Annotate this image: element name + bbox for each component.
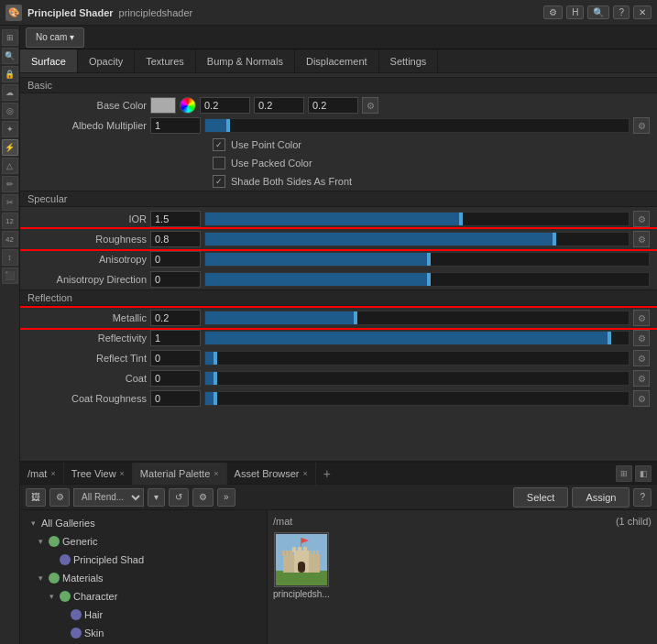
tab-surface[interactable]: Surface <box>20 49 78 72</box>
assign-button[interactable]: Assign <box>572 487 630 508</box>
coat-roughness-handle <box>214 392 217 405</box>
anisotropy-value[interactable] <box>150 251 201 267</box>
tree-principled-shader[interactable]: Principled Shad <box>20 551 267 569</box>
bottom-tab-add[interactable]: + <box>316 466 338 481</box>
bottom-help-btn[interactable]: ? <box>633 488 652 507</box>
bottom-tab-tree[interactable]: Tree View × <box>64 463 133 485</box>
reflect-tint-value[interactable] <box>150 350 201 366</box>
gallery-forward-btn[interactable]: » <box>217 488 235 507</box>
tool-square[interactable]: ⬛ <box>2 267 18 284</box>
base-color-gear[interactable]: ⚙ <box>362 97 378 114</box>
roughness-label: Roughness <box>27 234 147 245</box>
bottom-tab-asset[interactable]: Asset Browser × <box>227 463 316 485</box>
albedo-value[interactable] <box>150 117 201 134</box>
tab-opacity[interactable]: Opacity <box>78 49 135 72</box>
tree-generic[interactable]: ▾ Generic <box>20 532 267 551</box>
tool-pen[interactable]: ✏ <box>2 176 18 192</box>
gallery-settings-btn[interactable]: ⚙ <box>49 488 70 507</box>
close-btn[interactable]: ✕ <box>633 5 652 19</box>
bottom-tab-palette-close[interactable]: × <box>214 469 218 478</box>
tree-hair[interactable]: Hair <box>20 606 267 624</box>
tree-skin[interactable]: Skin <box>20 624 267 642</box>
albedo-slider[interactable] <box>204 118 630 133</box>
base-color-r[interactable] <box>200 97 250 114</box>
albedo-gear[interactable]: ⚙ <box>633 117 650 134</box>
gallery-refresh-btn[interactable]: ↺ <box>169 488 189 507</box>
coat-value[interactable] <box>150 370 201 387</box>
coat-gear[interactable]: ⚙ <box>633 370 650 387</box>
coat-roughness-gear[interactable]: ⚙ <box>633 390 650 407</box>
tree-materials[interactable]: ▾ Materials <box>20 569 267 587</box>
coat-slider[interactable] <box>204 371 630 386</box>
bottom-tab-mat-close[interactable]: × <box>50 469 55 478</box>
base-color-b[interactable] <box>308 97 358 114</box>
reflect-tint-slider[interactable] <box>204 351 630 366</box>
anisotropy-direction-slider[interactable] <box>204 272 650 287</box>
anisotropy-slider[interactable] <box>204 252 650 267</box>
bottom-tab-asset-close[interactable]: × <box>302 469 307 478</box>
tree-hair-label: Hair <box>84 609 103 620</box>
gallery-dropdown-btn[interactable]: ▾ <box>148 488 165 507</box>
use-packed-color-checkbox[interactable] <box>213 157 225 169</box>
tool-12[interactable]: 12 <box>2 213 18 229</box>
metallic-slider[interactable] <box>204 311 630 325</box>
tool-layout[interactable]: ⊞ <box>2 29 18 46</box>
base-color-swatch[interactable] <box>150 97 176 114</box>
coat-roughness-value[interactable] <box>150 390 201 407</box>
select-button[interactable]: Select <box>513 487 569 508</box>
anisotropy-direction-value[interactable] <box>150 271 201 288</box>
roughness-value[interactable] <box>150 231 201 247</box>
tool-updown[interactable]: ↕ <box>2 249 18 266</box>
bottom-tab-tree-close[interactable]: × <box>120 469 125 478</box>
tree-root[interactable]: ▾ All Galleries <box>20 514 267 532</box>
mat-item-principledsh[interactable]: principledsh... <box>273 532 330 599</box>
tree-character-toggle[interactable]: ▾ <box>46 591 57 602</box>
reflect-tint-gear[interactable]: ⚙ <box>633 350 650 366</box>
gallery-gear-btn2[interactable]: ⚙ <box>192 488 214 507</box>
tool-triangle[interactable]: △ <box>2 158 18 174</box>
metallic-gear[interactable]: ⚙ <box>633 310 650 326</box>
ior-value[interactable] <box>150 211 201 227</box>
tool-target[interactable]: ◎ <box>2 103 18 119</box>
tool-scissors[interactable]: ✂ <box>2 194 18 211</box>
roughness-gear[interactable]: ⚙ <box>633 231 650 247</box>
ior-slider[interactable] <box>204 212 630 226</box>
tab-textures[interactable]: Textures <box>135 49 196 72</box>
panel-layout-btn[interactable]: ⊞ <box>616 465 632 482</box>
help-btn[interactable]: ? <box>613 5 630 19</box>
bottom-tab-material-palette[interactable]: Material Palette × <box>133 463 227 485</box>
settings-action-btn[interactable]: ⚙ <box>543 5 563 19</box>
history-btn[interactable]: H <box>566 5 584 19</box>
gallery-filter-select[interactable]: All Rend... <box>73 488 144 507</box>
gallery-icon-btn[interactable]: 🖼 <box>26 488 46 507</box>
tree-root-toggle[interactable]: ▾ <box>27 518 38 529</box>
reflectivity-gear[interactable]: ⚙ <box>633 330 650 346</box>
tool-42[interactable]: 42 <box>2 231 18 247</box>
tab-bump-normals[interactable]: Bump & Normals <box>196 49 295 72</box>
bottom-tab-mat[interactable]: /mat × <box>20 463 64 485</box>
coat-roughness-slider[interactable] <box>204 391 630 406</box>
panel-config-btn[interactable]: ◧ <box>635 465 652 482</box>
tree-materials-toggle[interactable]: ▾ <box>35 573 46 584</box>
tree-generic-toggle[interactable]: ▾ <box>35 536 46 547</box>
viewport-selector[interactable]: No cam ▾ <box>26 27 84 48</box>
tool-lock[interactable]: 🔒 <box>2 66 18 82</box>
tab-displacement[interactable]: Displacement <box>295 49 379 72</box>
use-point-color-checkbox[interactable] <box>213 138 225 151</box>
tool-search[interactable]: 🔍 <box>2 48 18 64</box>
tool-star[interactable]: ✦ <box>2 121 18 137</box>
tab-settings[interactable]: Settings <box>379 49 439 72</box>
tool-bolt[interactable]: ⚡ <box>2 139 18 156</box>
svg-rect-14 <box>298 562 305 573</box>
reflectivity-slider[interactable] <box>204 331 630 345</box>
base-color-g[interactable] <box>254 97 304 114</box>
metallic-value[interactable] <box>150 310 201 326</box>
reflectivity-value[interactable] <box>150 330 201 346</box>
tool-cloud[interactable]: ☁ <box>2 84 18 101</box>
color-picker-btn[interactable] <box>180 97 196 114</box>
search-btn[interactable]: 🔍 <box>587 5 609 19</box>
shade-both-sides-checkbox[interactable] <box>213 175 225 188</box>
ior-gear[interactable]: ⚙ <box>633 211 650 227</box>
tree-character[interactable]: ▾ Character <box>20 587 267 606</box>
roughness-slider[interactable] <box>204 232 630 246</box>
